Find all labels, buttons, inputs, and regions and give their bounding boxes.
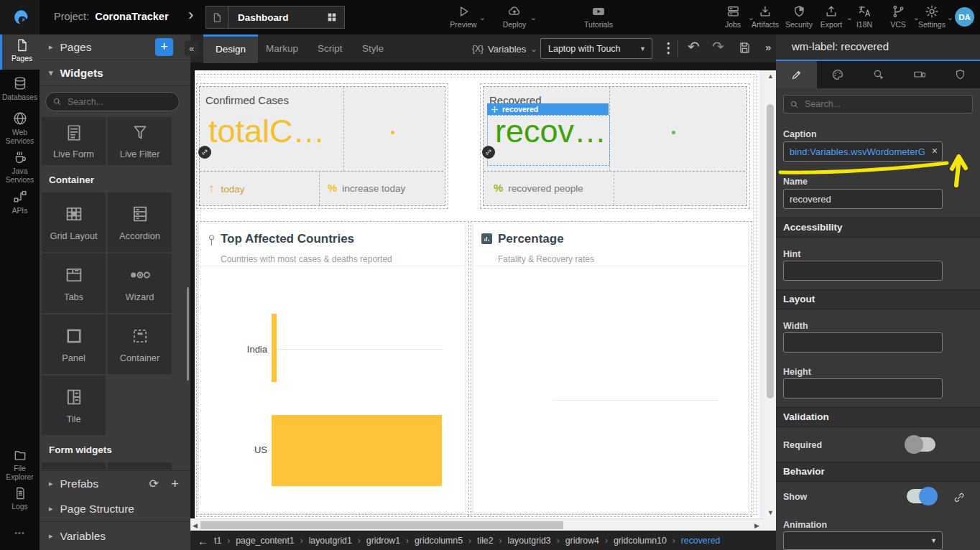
panel-scrollbar-thumb[interactable]: [187, 287, 189, 381]
recovered-card[interactable]: Recovered recovered recov… %recovered pe…: [483, 86, 747, 206]
save-button[interactable]: [738, 41, 752, 55]
variables-section-header[interactable]: ▸ Variables: [40, 522, 190, 550]
widget-tabs[interactable]: Tabs: [42, 253, 106, 313]
empty-label-dot[interactable]: [672, 131, 675, 134]
project-chevron-icon[interactable]: ›: [188, 6, 193, 24]
refresh-prefabs-icon[interactable]: ⟳: [149, 477, 159, 490]
bind-badge[interactable]: [198, 146, 211, 159]
tab-security[interactable]: [940, 61, 980, 88]
increase-today-metric[interactable]: %increase today: [328, 182, 405, 194]
percentage-panel[interactable]: Percentage Fatality & Recovery rates: [473, 224, 748, 513]
rail-item-file-explorer[interactable]: File Explorer: [0, 447, 40, 481]
vcs-button[interactable]: VCS ⌄: [882, 4, 915, 29]
width-input[interactable]: [783, 332, 943, 353]
vscroll-thumb[interactable]: [767, 104, 774, 398]
i18n-button[interactable]: I18N: [848, 4, 881, 29]
scroll-down-icon[interactable]: ▼: [767, 509, 774, 516]
show-toggle[interactable]: [907, 489, 935, 503]
name-input[interactable]: [783, 189, 943, 209]
deploy-caret-icon[interactable]: ⌄: [530, 13, 537, 22]
widget-tile[interactable]: Tile: [42, 376, 106, 435]
tab-style[interactable]: Style: [350, 34, 396, 63]
prefabs-section-header[interactable]: ▸ Prefabs ⟳ +: [40, 470, 190, 497]
app-logo[interactable]: [0, 0, 40, 34]
confirmed-cases-card[interactable]: Confirmed Cases totalC… ↑today %increase…: [199, 86, 445, 206]
device-selector[interactable]: Laptop with Touch ▼: [540, 38, 652, 59]
empty-label-dot[interactable]: [391, 131, 394, 134]
breadcrumb-item[interactable]: page_content1: [236, 536, 294, 546]
expand-right-icon[interactable]: »: [765, 41, 771, 53]
canvas-vscrollbar[interactable]: ▲ ▼: [764, 70, 776, 518]
breadcrumb-item[interactable]: gridrow1: [366, 536, 400, 546]
jobs-button[interactable]: Jobs ⌄: [716, 4, 749, 29]
security-button[interactable]: Security: [782, 4, 815, 29]
widget-accordion[interactable]: Accordion: [108, 192, 172, 252]
tab-design[interactable]: Design: [203, 34, 258, 65]
property-search-box[interactable]: [783, 95, 973, 113]
animation-select[interactable]: ▼: [783, 531, 943, 550]
breadcrumb-item[interactable]: gridcolumn10: [614, 536, 667, 546]
rail-item-web-services[interactable]: Web Services: [0, 109, 40, 145]
tab-devices[interactable]: [899, 61, 940, 88]
tab-inspect[interactable]: [858, 61, 899, 88]
rail-more-menu[interactable]: •••: [0, 528, 40, 543]
breadcrumb-item[interactable]: t1: [214, 536, 221, 546]
today-metric[interactable]: ↑today: [208, 182, 245, 196]
canvas-hscrollbar[interactable]: ◀ ▶: [190, 518, 764, 531]
widget-live-filter[interactable]: Live Filter: [108, 117, 172, 165]
tutorials-button[interactable]: Tutorials: [582, 4, 615, 29]
caption-input[interactable]: [783, 141, 943, 162]
property-search-input[interactable]: [803, 98, 957, 110]
hint-input[interactable]: [783, 261, 943, 281]
widget-search-box[interactable]: [45, 92, 180, 111]
breadcrumb-item[interactable]: gridrow4: [565, 536, 599, 546]
undo-icon[interactable]: ↶: [688, 38, 700, 55]
breadcrumb-item[interactable]: layoutgrid3: [508, 536, 551, 546]
bind-show-icon[interactable]: [953, 491, 966, 504]
confirmed-card-title[interactable]: Confirmed Cases: [205, 94, 289, 106]
widget-wizard[interactable]: Wizard: [108, 253, 172, 313]
rail-item-java-services[interactable]: Java Services: [0, 148, 40, 184]
tab-styles[interactable]: [817, 61, 858, 88]
required-toggle[interactable]: [907, 437, 935, 452]
rail-item-apis[interactable]: APIs: [0, 187, 40, 218]
breadcrumb-item[interactable]: tile2: [477, 536, 494, 546]
rail-item-databases[interactable]: Databases: [0, 74, 40, 106]
clear-caption-icon[interactable]: ×: [932, 145, 938, 157]
bind-badge[interactable]: [482, 146, 495, 159]
selected-widget-outline[interactable]: [487, 115, 610, 166]
confirmed-total-label[interactable]: totalC…: [208, 113, 325, 150]
preview-button[interactable]: Preview ⌄: [447, 4, 480, 29]
breadcrumb-item[interactable]: layoutgrid1: [309, 536, 352, 546]
user-avatar[interactable]: DA: [955, 7, 974, 27]
page-structure-section-header[interactable]: ▸ Page Structure: [40, 496, 190, 522]
widget-panel[interactable]: Panel: [42, 314, 106, 374]
pages-section-header[interactable]: ▸ Pages +: [40, 34, 190, 60]
height-input[interactable]: [783, 378, 943, 398]
redo-icon[interactable]: ↷: [712, 38, 724, 55]
breadcrumb-back-icon[interactable]: ←: [198, 535, 208, 547]
bar-us[interactable]: [272, 415, 442, 486]
kebab-menu-icon[interactable]: ⋮: [662, 39, 675, 56]
rail-item-pages[interactable]: Pages: [0, 34, 42, 70]
canvas-page[interactable]: Confirmed Cases totalC… ↑today %increase…: [195, 70, 759, 518]
top-affected-countries-panel[interactable]: Top Affected Countries Countries with mo…: [199, 224, 465, 513]
collapse-panel-button[interactable]: «: [185, 41, 198, 56]
scroll-right-icon[interactable]: ▶: [754, 522, 759, 529]
artifacts-button[interactable]: Artifacts: [749, 4, 782, 29]
tab-markup[interactable]: Markup: [254, 34, 310, 63]
widget-search-input[interactable]: [66, 96, 170, 108]
tab-script[interactable]: Script: [305, 34, 355, 63]
tab-properties[interactable]: [776, 61, 817, 88]
page-tab-dashboard[interactable]: Dashboard: [205, 6, 345, 29]
hscroll-thumb[interactable]: [200, 521, 563, 529]
preview-caret-icon[interactable]: ⌄: [479, 13, 486, 22]
add-prefab-icon[interactable]: +: [171, 476, 179, 492]
settings-caret-icon[interactable]: ⌄: [947, 13, 953, 22]
recovered-people-metric[interactable]: %recovered people: [494, 182, 583, 194]
widget-grid-layout[interactable]: Grid Layout: [42, 192, 106, 252]
breadcrumb-item[interactable]: gridcolumn5: [415, 536, 463, 546]
scroll-up-icon[interactable]: ▲: [767, 73, 774, 80]
widget-container[interactable]: Container: [108, 314, 172, 374]
breadcrumb-item-active[interactable]: recovered: [681, 536, 721, 546]
